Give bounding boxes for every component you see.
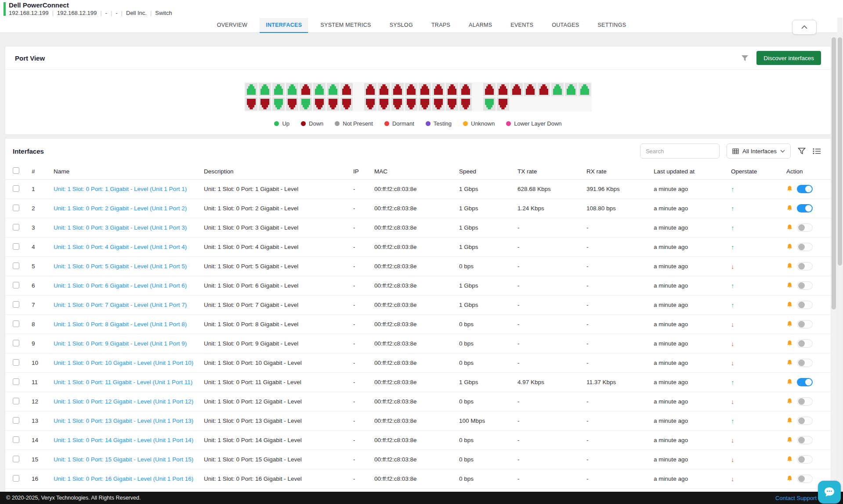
- port-status-icon[interactable]: [538, 83, 550, 96]
- row-checkbox[interactable]: [13, 243, 19, 250]
- port-status-icon[interactable]: [259, 83, 271, 96]
- bell-icon[interactable]: [786, 243, 793, 251]
- bell-icon[interactable]: [786, 340, 793, 347]
- row-checkbox[interactable]: [13, 417, 19, 424]
- monitor-toggle[interactable]: [797, 378, 813, 386]
- port-status-icon[interactable]: [459, 97, 472, 111]
- content-scrollbar[interactable]: [831, 35, 836, 492]
- port-status-icon[interactable]: [432, 83, 445, 96]
- monitor-toggle[interactable]: [797, 475, 813, 483]
- row-checkbox[interactable]: [13, 282, 19, 288]
- monitor-toggle[interactable]: [797, 359, 813, 367]
- bell-icon[interactable]: [786, 282, 793, 289]
- tab[interactable]: SETTINGS: [591, 18, 632, 33]
- port-status-icon[interactable]: [446, 97, 458, 111]
- port-status-icon[interactable]: [272, 83, 285, 96]
- bell-icon[interactable]: [786, 398, 793, 405]
- monitor-toggle[interactable]: [797, 223, 813, 232]
- port-status-icon[interactable]: [483, 83, 496, 96]
- bell-icon[interactable]: [786, 359, 793, 367]
- port-status-icon[interactable]: [419, 83, 431, 96]
- chat-widget-button[interactable]: [818, 481, 841, 504]
- port-status-icon[interactable]: [405, 97, 417, 111]
- monitor-toggle[interactable]: [797, 339, 813, 348]
- port-status-icon[interactable]: [391, 97, 404, 111]
- port-status-icon[interactable]: [313, 83, 326, 96]
- bell-icon[interactable]: [786, 205, 793, 212]
- monitor-toggle[interactable]: [797, 281, 813, 290]
- port-status-icon[interactable]: [565, 83, 577, 96]
- port-status-icon[interactable]: [245, 97, 257, 111]
- bell-icon[interactable]: [786, 320, 793, 328]
- monitor-toggle[interactable]: [797, 301, 813, 309]
- port-status-icon[interactable]: [378, 83, 390, 96]
- column-settings-icon[interactable]: [813, 148, 821, 155]
- bell-icon[interactable]: [786, 436, 793, 444]
- bell-icon[interactable]: [786, 417, 793, 425]
- tab[interactable]: INTERFACES: [260, 18, 308, 33]
- interface-type-dropdown[interactable]: All Interfaces: [727, 144, 791, 158]
- select-all-checkbox[interactable]: [13, 167, 19, 174]
- row-checkbox[interactable]: [13, 320, 19, 327]
- row-checkbox[interactable]: [13, 185, 19, 192]
- interface-name-link[interactable]: Unit: 1 Slot: 0 Port: 1 Gigabit - Level …: [54, 186, 187, 192]
- port-status-icon[interactable]: [405, 83, 417, 96]
- discover-interfaces-button[interactable]: Discover interfaces: [756, 51, 821, 65]
- interface-name-link[interactable]: Unit: 1 Slot: 0 Port: 10 Gigabit - Level…: [54, 360, 193, 366]
- row-checkbox[interactable]: [13, 205, 19, 211]
- port-status-icon[interactable]: [364, 97, 376, 111]
- interface-name-link[interactable]: Unit: 1 Slot: 0 Port: 11 Gigabit - Level…: [54, 379, 192, 385]
- port-status-icon[interactable]: [340, 97, 353, 111]
- port-status-icon[interactable]: [524, 83, 536, 96]
- bell-icon[interactable]: [786, 185, 793, 193]
- monitor-toggle[interactable]: [797, 243, 813, 251]
- collapse-panel-button[interactable]: [792, 20, 817, 35]
- bell-icon[interactable]: [786, 378, 793, 386]
- port-status-icon[interactable]: [313, 97, 326, 111]
- interface-name-link[interactable]: Unit: 1 Slot: 0 Port: 16 Gigabit - Level…: [54, 475, 193, 482]
- port-status-icon[interactable]: [378, 97, 390, 111]
- interface-name-link[interactable]: Unit: 1 Slot: 0 Port: 4 Gigabit - Level …: [54, 244, 187, 250]
- interface-name-link[interactable]: Unit: 1 Slot: 0 Port: 7 Gigabit - Level …: [54, 302, 187, 308]
- port-status-icon[interactable]: [446, 83, 458, 96]
- interface-name-link[interactable]: Unit: 1 Slot: 0 Port: 15 Gigabit - Level…: [54, 456, 193, 463]
- bell-icon[interactable]: [786, 224, 793, 231]
- port-status-icon[interactable]: [391, 83, 404, 96]
- tab[interactable]: OUTAGES: [546, 18, 585, 33]
- tab[interactable]: SYSTEM METRICS: [314, 18, 377, 33]
- port-status-icon[interactable]: [286, 83, 298, 96]
- content-scrollbar-thumb[interactable]: [832, 37, 836, 310]
- row-checkbox[interactable]: [13, 398, 19, 404]
- port-status-icon[interactable]: [286, 97, 298, 111]
- port-status-icon[interactable]: [497, 97, 509, 111]
- bell-icon[interactable]: [786, 263, 793, 270]
- port-status-icon[interactable]: [510, 83, 523, 96]
- port-status-icon[interactable]: [259, 97, 271, 111]
- port-status-icon[interactable]: [483, 97, 496, 111]
- row-checkbox[interactable]: [13, 378, 19, 385]
- port-status-icon[interactable]: [300, 97, 312, 111]
- tab[interactable]: OVERVIEW: [211, 18, 254, 33]
- page-scrollbar[interactable]: [837, 18, 843, 504]
- interface-name-link[interactable]: Unit: 1 Slot: 0 Port: 14 Gigabit - Level…: [54, 437, 193, 443]
- row-checkbox[interactable]: [13, 359, 19, 366]
- row-checkbox[interactable]: [13, 263, 19, 269]
- port-status-icon[interactable]: [551, 83, 564, 96]
- interface-name-link[interactable]: Unit: 1 Slot: 0 Port: 9 Gigabit - Level …: [54, 340, 187, 347]
- monitor-toggle[interactable]: [797, 455, 813, 464]
- port-filter-icon[interactable]: [741, 55, 749, 61]
- port-status-icon[interactable]: [300, 83, 312, 96]
- monitor-toggle[interactable]: [797, 397, 813, 406]
- bell-icon[interactable]: [786, 456, 793, 463]
- interface-name-link[interactable]: Unit: 1 Slot: 0 Port: 3 Gigabit - Level …: [54, 224, 187, 231]
- port-status-icon[interactable]: [245, 83, 257, 96]
- tab[interactable]: EVENTS: [504, 18, 539, 33]
- monitor-toggle[interactable]: [797, 436, 813, 444]
- monitor-toggle[interactable]: [797, 262, 813, 270]
- monitor-toggle[interactable]: [797, 185, 813, 193]
- row-checkbox[interactable]: [13, 340, 19, 346]
- tab[interactable]: TRAPS: [425, 18, 456, 33]
- interface-name-link[interactable]: Unit: 1 Slot: 0 Port: 5 Gigabit - Level …: [54, 263, 187, 270]
- port-status-icon[interactable]: [459, 83, 472, 96]
- interface-name-link[interactable]: Unit: 1 Slot: 0 Port: 12 Gigabit - Level…: [54, 398, 193, 405]
